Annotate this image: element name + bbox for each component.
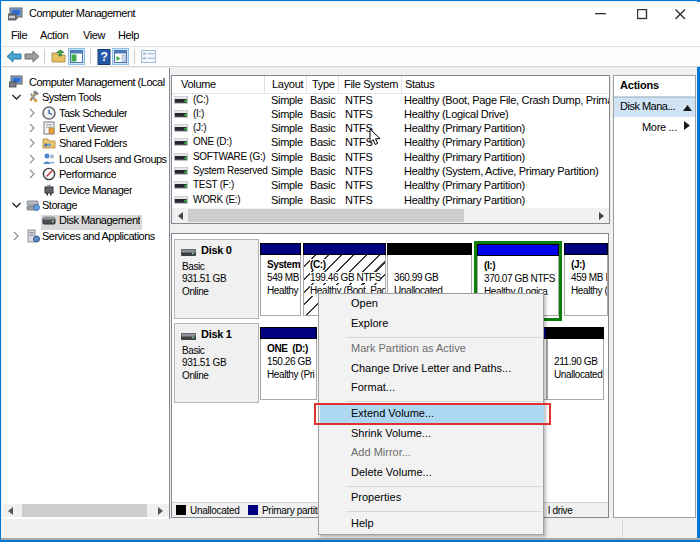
svg-text:?: ? — [100, 50, 107, 64]
